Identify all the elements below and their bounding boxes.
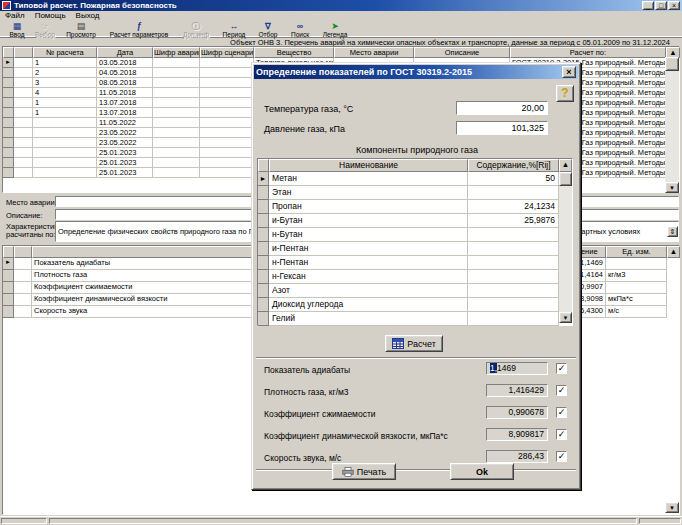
toolbar-button-legenda[interactable]: ➤ Легенда [317, 21, 353, 38]
period-arrows-icon: ↔ [230, 21, 239, 31]
hand-pointer-icon: ☞ [41, 21, 49, 31]
menu-help[interactable]: Помощь [30, 11, 71, 21]
minimize-button[interactable]: _ [642, 1, 654, 10]
pressure-label: Давление газа, кПа [264, 124, 345, 134]
binoculars-search-icon: ∞ [297, 21, 303, 31]
compressibility-checkbox[interactable]: ✓ [556, 407, 567, 418]
status-bar [0, 516, 682, 525]
viscosity-label: Коэффициент динамической вязкости, мкПа*… [264, 431, 448, 441]
close-button[interactable]: × [668, 1, 680, 10]
scroll-up-icon[interactable]: ▲ [667, 246, 680, 258]
help-icon[interactable]: ? [556, 85, 574, 102]
viscosity-checkbox[interactable]: ✓ [556, 429, 567, 440]
gost-dialog: Определение показателей по ГОСТ 30319.2-… [251, 62, 581, 490]
components-scrollbar[interactable] [559, 172, 572, 312]
menubar: Файл Помощь Выход [0, 11, 682, 21]
check-icon: ✓ [558, 451, 566, 461]
density-checkbox[interactable]: ✓ [556, 385, 567, 396]
ok-button[interactable]: Ok [450, 463, 514, 480]
dialog-close-icon[interactable]: × [562, 66, 576, 78]
main-table-scroll-thumb[interactable] [665, 57, 679, 71]
compressibility-field[interactable]: 0,990678 [486, 406, 548, 419]
component-row[interactable]: Гелий [258, 312, 572, 326]
app-icon [2, 1, 11, 10]
filter-funnel-icon: ∇ [265, 21, 271, 31]
toolbar-button-otbor[interactable]: ∇ Отбор [253, 21, 283, 38]
description-label: Описание: [6, 212, 43, 220]
temperature-field[interactable]: 20,00 [456, 101, 548, 115]
toolbar-button-raschet-parametrov[interactable]: ƒ Расчет параметров [103, 21, 175, 38]
characteristics-label-line2: расчитаны по: [6, 231, 56, 239]
toolbar-button-vybor: ☞ Выбор [32, 21, 58, 38]
print-button[interactable]: Печать [332, 463, 396, 480]
check-icon: ✓ [558, 385, 566, 395]
legend-arrow-icon: ➤ [331, 21, 339, 31]
function-icon: ƒ [136, 21, 141, 31]
component-row[interactable]: Диоксид углерода [258, 298, 572, 312]
components-table: Наименование Содержание,%[Rij] ▲ ► Метан… [257, 158, 573, 326]
menu-file[interactable]: Файл [0, 11, 30, 21]
calculator-icon [392, 338, 404, 349]
toolbar-button-dopinf: ⓘ Доп.инф [178, 21, 214, 38]
components-table-header: Наименование Содержание,%[Rij] ▲ [258, 159, 572, 172]
window-title: Типовой расчет. Пожарная безопасность [14, 1, 177, 10]
component-row[interactable]: н-Гексан [258, 270, 572, 284]
accidents-table-header: № расчета Дата Шифр аварии Шифр сценария… [3, 47, 679, 58]
place-of-accident-label: Место аварии: [6, 199, 57, 207]
scroll-down-icon[interactable]: ▼ [665, 502, 679, 513]
sound-speed-label: Скорость звука, м/с [264, 453, 341, 463]
field-spin-icon[interactable]: ⇕ [667, 226, 678, 237]
dialog-title: Определение показателей по ГОСТ 30319.2-… [256, 67, 472, 77]
components-scroll-thumb[interactable] [559, 172, 572, 186]
scroll-down-icon[interactable]: ▼ [559, 312, 572, 323]
toolbar-button-period[interactable]: ↔ Период [217, 21, 251, 38]
sound-speed-field[interactable]: 286,43 [486, 450, 548, 463]
window-titlebar: Типовой расчет. Пожарная безопасность _ … [0, 0, 682, 11]
component-row[interactable]: ► Метан 50 [258, 172, 572, 186]
scroll-down-icon[interactable]: ▼ [665, 182, 679, 193]
toolbar-button-prosmotr[interactable]: ▤ Просмотр [62, 21, 100, 38]
input-grid-icon: ▦ [13, 21, 22, 31]
sound-speed-checkbox[interactable]: ✓ [556, 451, 567, 462]
pressure-field[interactable]: 101,325 [456, 121, 548, 135]
printer-icon [342, 467, 354, 477]
separator [256, 469, 576, 471]
component-row[interactable]: Азот [258, 284, 572, 298]
info-icon: ⓘ [192, 21, 201, 31]
component-row[interactable]: Пропан 24,1234 [258, 200, 572, 214]
component-row[interactable]: и-Бутан 25,9876 [258, 214, 572, 228]
component-row[interactable]: и-Пентан [258, 242, 572, 256]
check-icon: ✓ [558, 429, 566, 439]
adiabatic-checkbox[interactable]: ✓ [556, 363, 567, 374]
temperature-label: Температура газа, °С [264, 104, 353, 114]
dialog-titlebar: Определение показателей по ГОСТ 30319.2-… [254, 65, 578, 79]
scroll-up-icon[interactable]: ▲ [559, 159, 572, 172]
calculate-button[interactable]: Расчет [385, 335, 443, 352]
separator [256, 357, 576, 359]
viscosity-field[interactable]: 8,909817 [486, 428, 548, 441]
components-caption: Компоненты природного газа [252, 145, 582, 155]
toolbar-button-vvod[interactable]: ▦ Ввод [4, 21, 30, 38]
check-icon: ✓ [558, 407, 566, 417]
component-row[interactable]: Этан [258, 186, 572, 200]
document-icon: ▤ [77, 21, 86, 31]
density-field[interactable]: 1,416429 [486, 384, 548, 397]
component-row[interactable]: н-Бутан [258, 228, 572, 242]
menu-exit[interactable]: Выход [71, 11, 105, 21]
main-table-scrollbar[interactable] [665, 57, 679, 182]
component-row[interactable]: н-Пентан [258, 256, 572, 270]
maximize-button[interactable]: □ [655, 1, 667, 10]
toolbar: ▦ Ввод ☞ Выбор ▤ Просмотр ƒ Расчет парам… [0, 21, 682, 38]
check-icon: ✓ [558, 363, 566, 373]
density-label: Плотность газа, кг/м3 [264, 387, 349, 397]
adiabatic-index-field[interactable]: 1,1469 [486, 362, 548, 375]
toolbar-button-poisk[interactable]: ∞ Поиск [285, 21, 315, 38]
adiabatic-index-label: Показатель адиабаты [264, 365, 350, 375]
grid-caption: Объект ОНВ 3. Перечень аварий на химичес… [218, 38, 682, 46]
app-window: Типовой расчет. Пожарная безопасность _ … [0, 0, 682, 525]
compressibility-label: Коэффициент сжимаемости [264, 409, 376, 419]
